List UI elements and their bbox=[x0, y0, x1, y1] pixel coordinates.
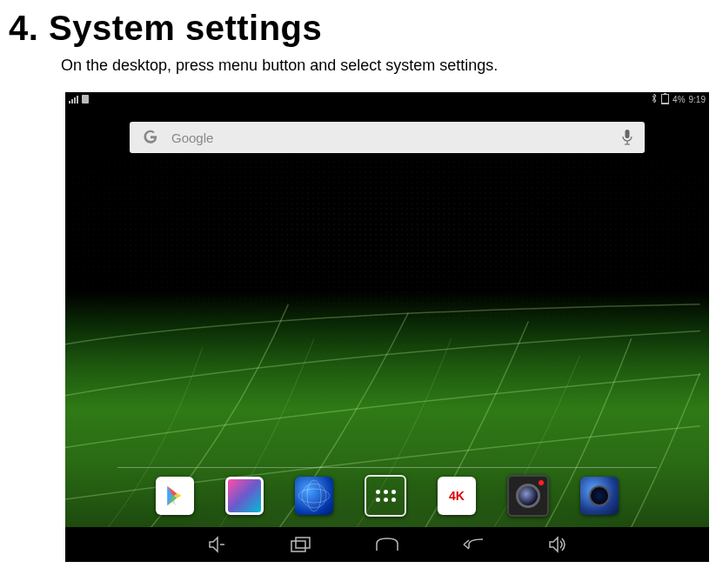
instruction-text: On the desktop, press menu button and se… bbox=[61, 57, 707, 75]
svg-point-3 bbox=[302, 484, 326, 508]
bluetooth-icon bbox=[651, 93, 658, 105]
sd-card-icon bbox=[82, 95, 89, 104]
home-screen[interactable]: Google bbox=[65, 106, 709, 527]
4k-player-icon[interactable]: 4K bbox=[438, 477, 476, 515]
home-icon[interactable] bbox=[375, 534, 399, 555]
back-icon[interactable] bbox=[460, 534, 485, 555]
volume-up-icon[interactable] bbox=[545, 534, 570, 555]
section-heading: 4. System settings bbox=[9, 9, 707, 48]
svg-rect-6 bbox=[296, 538, 310, 548]
dock-divider bbox=[117, 467, 657, 468]
google-g-icon bbox=[130, 130, 171, 145]
svg-rect-0 bbox=[626, 130, 630, 138]
browser-icon[interactable] bbox=[295, 477, 333, 515]
signal-icon bbox=[69, 96, 78, 104]
navigation-bar bbox=[65, 527, 709, 562]
battery-icon bbox=[661, 94, 669, 104]
clock: 9:19 bbox=[689, 95, 706, 104]
wallpaper-pattern bbox=[65, 154, 709, 345]
volume-down-icon[interactable] bbox=[204, 534, 229, 555]
camera-icon[interactable] bbox=[507, 475, 549, 517]
voice-search-icon[interactable] bbox=[610, 129, 645, 146]
tablet-screenshot: 4% 9:19 Google bbox=[65, 92, 709, 562]
svg-rect-5 bbox=[291, 541, 305, 551]
search-placeholder: Google bbox=[171, 130, 610, 145]
app-drawer-icon[interactable] bbox=[365, 475, 406, 517]
play-store-icon[interactable] bbox=[156, 477, 194, 515]
battery-percent: 4% bbox=[673, 95, 685, 104]
gallery-icon[interactable] bbox=[225, 477, 264, 515]
recent-apps-icon[interactable] bbox=[290, 534, 314, 555]
dock: 4K bbox=[65, 471, 709, 520]
status-bar: 4% 9:19 bbox=[65, 92, 709, 106]
google-search-widget[interactable]: Google bbox=[130, 122, 645, 153]
4k-label: 4K bbox=[449, 489, 465, 503]
sound-icon[interactable] bbox=[580, 477, 619, 515]
